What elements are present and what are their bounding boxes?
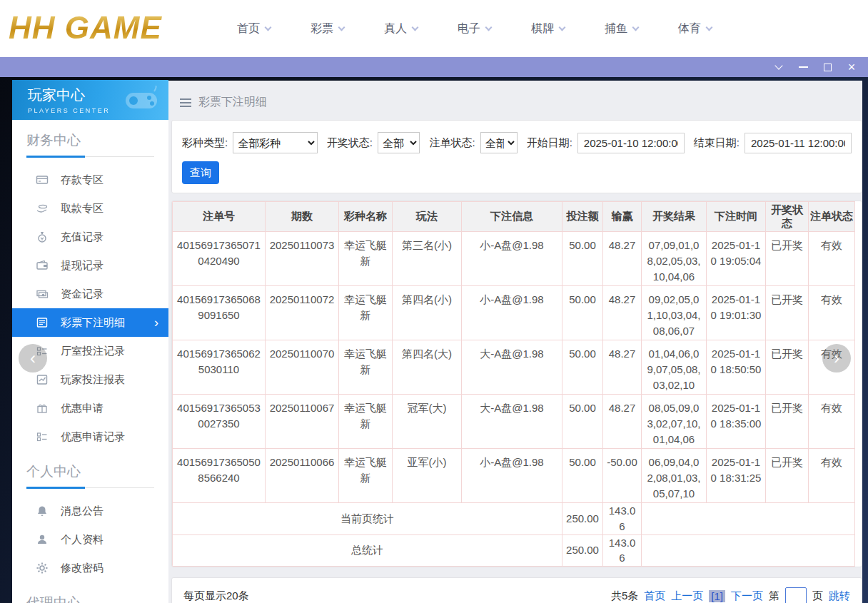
bet-detail-table-panel: 注单号 期数 彩种名称 玩法 下注信息 投注额 输赢 开奖结果 下注时间 开奖状…: [171, 201, 862, 567]
sidebar-item-withdraw[interactable]: 取款专区: [12, 194, 168, 223]
col-draw-status: 开奖状态: [766, 202, 809, 232]
sidebar-section-finance: 财务中心: [26, 131, 154, 150]
jump-page-input[interactable]: [785, 587, 807, 603]
nav-label: 电子: [458, 21, 480, 36]
order-status-select[interactable]: 全部: [480, 132, 518, 153]
gift-icon: [36, 402, 49, 415]
sidebar-item-lottery-bet-detail[interactable]: 彩票下注明细 ›: [12, 308, 168, 337]
pagination-bar: 每页显示20条 共5条 首页 上一页 [1] 下一页 第 页 跳转: [171, 577, 862, 603]
chevron-down-icon: [485, 24, 493, 31]
chevron-right-icon: ›: [154, 315, 158, 330]
banknotes-icon: [36, 288, 49, 300]
col-win-loss: 输赢: [603, 202, 642, 232]
sidebar-item-label: 厅室投注记录: [61, 345, 125, 358]
top-header: HH GAME 首页 彩票 真人 电子 棋牌 捕鱼 体育: [0, 0, 868, 57]
nav-label: 捕鱼: [605, 21, 627, 36]
gear-icon: [36, 562, 49, 574]
nav-item-chess[interactable]: 棋牌: [531, 21, 565, 36]
end-date-input[interactable]: [745, 133, 852, 153]
window-collapse-icon[interactable]: [774, 62, 784, 72]
chevron-down-icon: [706, 24, 713, 31]
sidebar-item-fund-record[interactable]: 资金记录: [12, 280, 168, 308]
sidebar-section-personal: 个人中心: [26, 462, 154, 481]
panel-expand-button[interactable]: ›: [822, 344, 851, 373]
nav-item-live[interactable]: 真人: [384, 21, 418, 36]
sidebar-item-discount-record[interactable]: 优惠申请记录: [12, 422, 168, 451]
end-date-label: 结束日期:: [694, 136, 740, 150]
window-title-bar: ×: [0, 57, 868, 77]
sidebar-item-deposit[interactable]: 存款专区: [12, 166, 168, 194]
col-bet-time: 下注时间: [707, 202, 766, 232]
window-minimize-icon[interactable]: [798, 62, 808, 72]
jump-suffix: 页: [812, 589, 823, 603]
lottery-type-label: 彩种类型:: [182, 136, 228, 150]
chevron-down-icon: [412, 24, 419, 31]
nav-item-home[interactable]: 首页: [237, 21, 271, 36]
sidebar-item-change-password[interactable]: 修改密码: [12, 554, 168, 582]
ledger-icon: [36, 316, 49, 329]
chart-icon: [36, 373, 49, 386]
nav-item-sports[interactable]: 体育: [678, 21, 712, 36]
sidebar-item-label: 充值记录: [61, 230, 104, 244]
main-nav: 首页 彩票 真人 电子 棋牌 捕鱼 体育: [237, 0, 712, 57]
sidebar-item-withdrawal-record[interactable]: 提现记录: [12, 251, 168, 280]
nav-label: 彩票: [311, 21, 333, 36]
sidebar-collapse-button[interactable]: ‹: [19, 344, 47, 373]
money-bag-icon: [36, 230, 49, 243]
sidebar-item-messages[interactable]: 消息公告: [12, 497, 168, 525]
sidebar-item-label: 优惠申请: [61, 402, 104, 415]
main-content: 彩票下注明细 彩种类型: 全部彩种 开奖状态: 全部 注单状态: 全部 开始日期…: [168, 81, 862, 603]
chevron-down-icon: [559, 24, 566, 31]
logo: HH GAME: [9, 10, 162, 46]
sidebar-item-label: 存款专区: [61, 173, 104, 187]
sidebar-item-label: 提现记录: [61, 259, 104, 273]
table-row: 401569173650689091650 20250110072 幸运飞艇新 …: [173, 286, 855, 340]
finance-menu: 存款专区 取款专区 充值记录 提现记录 资金记录: [12, 166, 168, 451]
col-play: 玩法: [393, 202, 462, 232]
bet-detail-table: 注单号 期数 彩种名称 玩法 下注信息 投注额 输赢 开奖结果 下注时间 开奖状…: [172, 201, 855, 567]
sidebar-item-profile[interactable]: 个人资料: [12, 525, 168, 554]
table-row: 401569173650710420490 20250110073 幸运飞艇新 …: [173, 232, 855, 286]
table-header-row: 注单号 期数 彩种名称 玩法 下注信息 投注额 输赢 开奖结果 下注时间 开奖状…: [173, 202, 855, 232]
first-page-link[interactable]: 首页: [644, 589, 665, 603]
sidebar-item-label: 修改密码: [61, 562, 104, 575]
window-maximize-icon[interactable]: [822, 62, 832, 72]
nav-item-fishing[interactable]: 捕鱼: [605, 21, 638, 36]
current-page-badge[interactable]: [1]: [709, 590, 725, 602]
col-lottery: 彩种名称: [339, 202, 393, 232]
col-result: 开奖结果: [642, 202, 707, 232]
sidebar-item-recharge-record[interactable]: 充值记录: [12, 223, 168, 251]
lottery-type-select[interactable]: 全部彩种: [233, 132, 318, 153]
menu-toggle-icon[interactable]: [180, 98, 191, 107]
hand-money-icon: [36, 202, 49, 215]
col-period: 期数: [266, 202, 339, 232]
draw-status-label: 开奖状态:: [327, 136, 373, 150]
sidebar-item-discount-apply[interactable]: 优惠申请: [12, 394, 168, 422]
window-close-icon[interactable]: ×: [847, 62, 857, 72]
chevron-down-icon: [265, 24, 272, 31]
nav-label: 棋牌: [531, 21, 554, 36]
start-date-input[interactable]: [577, 133, 685, 153]
bell-icon: [36, 505, 49, 517]
sidebar: 玩家中心 PLAYERS CENTER 财务中心 存款专区 取款专区: [12, 80, 168, 603]
next-page-link[interactable]: 下一页: [731, 589, 763, 603]
nav-item-electronic[interactable]: 电子: [458, 21, 491, 36]
sidebar-item-label: 消息公告: [61, 505, 104, 518]
search-button[interactable]: 查询: [182, 161, 219, 184]
summary-row-current-page: 当前页统计 250.00 143.06: [173, 503, 855, 535]
sidebar-header: 玩家中心 PLAYERS CENTER: [12, 80, 168, 120]
prev-page-link[interactable]: 上一页: [671, 589, 703, 603]
per-page-text: 每页显示20条: [183, 589, 249, 603]
breadcrumb: 彩票下注明细: [180, 95, 862, 110]
sidebar-section-agent: 代理中心: [26, 594, 154, 603]
draw-status-select[interactable]: 全部: [378, 132, 420, 153]
col-bet-info: 下注信息: [462, 202, 562, 232]
bank-card-icon: [36, 173, 49, 186]
person-icon: [36, 533, 49, 546]
sidebar-item-label: 优惠申请记录: [61, 430, 125, 444]
jump-button[interactable]: 跳转: [829, 589, 850, 603]
nav-item-lottery[interactable]: 彩票: [311, 21, 344, 36]
table-row: 401569173650508566240 20250110066 幸运飞艇新 …: [173, 449, 855, 503]
sidebar-item-label: 个人资料: [61, 533, 104, 547]
col-order-status: 注单状态: [809, 202, 855, 232]
